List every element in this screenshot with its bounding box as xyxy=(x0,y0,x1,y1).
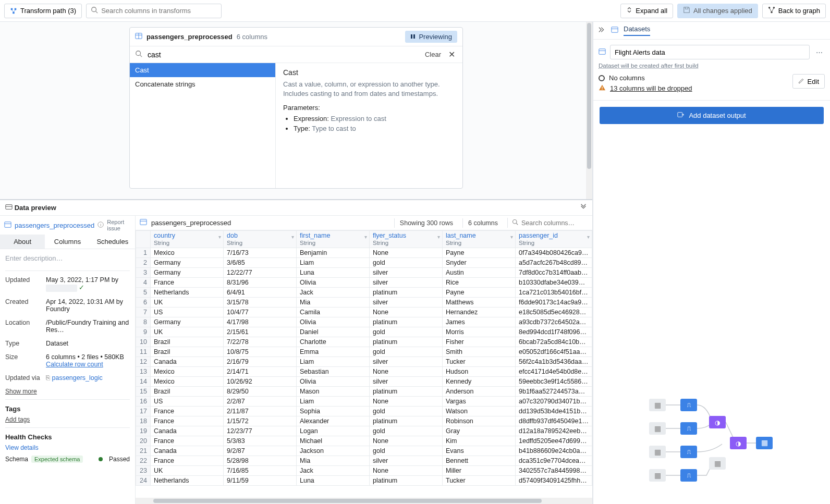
table-row[interactable]: 8Germany4/17/98OliviaplatinumJamesa93cdb… xyxy=(136,317,592,327)
table-row[interactable]: 16US2/2/87LiamNoneVargasa07c320790d34071… xyxy=(136,397,592,407)
table-row[interactable]: 3Germany12/22/77LunasilverAustin7df8d0cc… xyxy=(136,268,592,278)
expand-all-button[interactable]: Expand all xyxy=(620,4,673,18)
svg-line-24 xyxy=(516,223,518,225)
svg-rect-17 xyxy=(5,222,11,227)
tab-about[interactable]: About xyxy=(0,235,45,249)
close-icon[interactable]: ✕ xyxy=(446,50,457,59)
svg-point-13 xyxy=(136,51,141,56)
column-header[interactable]: flyer_statusString▾ xyxy=(370,231,443,248)
table-row[interactable]: 23UK7/16/85JackNoneMiller3402557c7a84459… xyxy=(136,466,592,476)
show-more-link[interactable]: Show more xyxy=(5,388,130,395)
table-row[interactable]: 17France2/11/87SophiagoldWatsondd139d53b… xyxy=(136,407,592,416)
table-row[interactable]: 6UK3/15/78MiasilverMatthewsf6dde90173c14… xyxy=(136,298,592,308)
table-row[interactable]: 7US10/4/77CamilaNoneHernandeze18c5085d5e… xyxy=(136,308,592,317)
table-row[interactable]: 2Germany3/6/85LiamgoldSnydera5d7acfc267b… xyxy=(136,258,592,268)
clear-button[interactable]: Clear xyxy=(425,51,441,58)
svg-point-23 xyxy=(513,220,517,224)
add-dataset-output-button[interactable]: Add dataset output xyxy=(600,107,824,124)
svg-text:▦: ▦ xyxy=(714,459,721,468)
more-options-icon[interactable]: ⋯ xyxy=(814,46,825,58)
status-dot-icon xyxy=(99,457,103,461)
table-row[interactable]: 14Mexico10/26/92OliviasilverKennedy59eeb… xyxy=(136,377,592,387)
edit-button[interactable]: Edit xyxy=(792,74,825,89)
svg-text:▦: ▦ xyxy=(761,438,768,447)
table-cell: 3/15/78 xyxy=(224,298,297,308)
preview-badge[interactable]: Previewing xyxy=(405,31,457,43)
calculate-rows-link[interactable]: Calculate row count xyxy=(46,361,103,368)
table-row[interactable]: 22France5/28/98MiasilverBennettdca351c9e… xyxy=(136,456,592,466)
table-row[interactable]: 11Brazil10/8/75EmmagoldSmithe05052df166c… xyxy=(136,347,592,357)
table-row[interactable]: 13Mexico2/14/71SebastianNoneHudsonefcc41… xyxy=(136,367,592,377)
data-grid[interactable]: countryString▾dobString▾first_nameString… xyxy=(136,230,592,486)
table-row[interactable]: 18France1/15/72AlexanderplatinumRobinson… xyxy=(136,416,592,426)
column-search-box[interactable] xyxy=(86,4,222,18)
table-cell: 9b1f6aa527244573a715801ea xyxy=(516,387,592,397)
info-icon[interactable]: i xyxy=(97,222,104,229)
table-cell: None xyxy=(370,466,443,476)
add-tags-link[interactable]: Add tags xyxy=(5,416,130,423)
suggestion-item-concatenate[interactable]: Concatenate strings xyxy=(130,77,275,91)
tab-schedules[interactable]: Schedules xyxy=(90,235,135,249)
view-details-link[interactable]: View details xyxy=(5,444,130,451)
table-cell: 2/15/61 xyxy=(224,327,297,337)
datasets-tab[interactable]: Datasets xyxy=(624,25,650,36)
collapse-panel-icon[interactable] xyxy=(599,26,606,35)
svg-line-14 xyxy=(140,55,142,57)
table-row[interactable]: 1Mexico7/16/73BenjaminNonePayne0f7a3494b… xyxy=(136,248,592,258)
transform-path-button[interactable]: Transform path (3) xyxy=(4,4,82,18)
column-header[interactable]: passenger_idString▾ xyxy=(516,231,592,248)
table-search[interactable] xyxy=(507,218,588,228)
rows-count: Showing 300 rows xyxy=(394,218,458,228)
column-search-input[interactable] xyxy=(101,7,217,15)
table-row[interactable]: 15Brazil8/29/50MasonplatinumAnderson9b1f… xyxy=(136,387,592,397)
save-icon xyxy=(683,6,690,15)
table-cell: Logan xyxy=(297,426,370,436)
search-icon xyxy=(512,219,518,227)
table-row[interactable]: 21Canada9/2/87JacksongoldEvansb41b886609… xyxy=(136,446,592,456)
dataset-name[interactable]: passengers_preprocessed xyxy=(15,222,94,229)
table-row[interactable]: 4France8/31/96OliviasilverRiceb10330dfab… xyxy=(136,278,592,288)
table-search-input[interactable] xyxy=(521,219,584,227)
card-title: passengers_preprocessed xyxy=(147,33,233,41)
dropped-columns-link[interactable]: 13 columns will be dropped xyxy=(610,84,692,92)
table-row[interactable]: 10Brazil7/22/78CharlotteplatinumFisher6b… xyxy=(136,337,592,347)
canvas-scrollbar[interactable] xyxy=(586,22,592,199)
dataset-name-input[interactable] xyxy=(610,45,810,59)
table-cell: Olivia xyxy=(297,317,370,327)
table-row[interactable]: 20France5/3/83MichaelNoneKim1edffd5205ee… xyxy=(136,436,592,446)
column-header[interactable]: last_nameString▾ xyxy=(443,231,516,248)
collapse-preview-icon[interactable] xyxy=(580,203,587,212)
description-input[interactable]: Enter description… xyxy=(5,254,130,262)
table-cell: Jack xyxy=(297,466,370,476)
table-cell: Anderson xyxy=(443,387,516,397)
table-row[interactable]: 19Canada12/23/77LogangoldGrayd12a18a7895… xyxy=(136,426,592,436)
column-header[interactable]: countryString▾ xyxy=(151,231,224,248)
table-cell: a93cdb7372c64502adb34ae3 xyxy=(516,317,592,327)
svg-rect-0 xyxy=(11,8,13,10)
suggestion-item-cast[interactable]: Cast xyxy=(130,63,275,77)
report-issue-link[interactable]: Report issue xyxy=(107,219,131,231)
table-row[interactable]: 9UK2/15/61DanielgoldMorris8ed994dcd1f748… xyxy=(136,327,592,337)
table-cell: 12/23/77 xyxy=(224,426,297,436)
table-cell: e05052df166c4f51aa2d0c99d xyxy=(516,347,592,357)
tab-columns[interactable]: Columns xyxy=(45,235,90,249)
updated-label: Updated xyxy=(5,276,46,292)
changes-applied-button[interactable]: All changes applied xyxy=(677,4,758,18)
svg-text:i: i xyxy=(100,223,101,227)
table-row[interactable]: 12Canada2/16/79LiamsilverTucker56f2c4a1b… xyxy=(136,357,592,367)
back-to-graph-button[interactable]: Back to graph xyxy=(762,4,826,18)
created-label: Created xyxy=(5,298,46,313)
table-cell: silver xyxy=(370,268,443,278)
size-value: 6 columns • 2 files • 580KB Calculate ro… xyxy=(46,353,130,368)
svg-rect-15 xyxy=(6,205,12,210)
table-cell: f6dde90173c14ac9a971950c5 xyxy=(516,298,592,308)
table-row[interactable]: 5Netherlands6/4/91JackplatinumPayne1ca72… xyxy=(136,288,592,298)
table-cell: Jackson xyxy=(297,446,370,456)
table-cell: gold xyxy=(370,446,443,456)
transform-search-input[interactable] xyxy=(148,51,420,59)
column-header[interactable]: first_nameString▾ xyxy=(297,231,370,248)
horizontal-scrollbar[interactable] xyxy=(136,498,592,504)
table-cell: None xyxy=(370,397,443,407)
table-row[interactable]: 24Netherlands9/11/59LunaplatinumTuckerd5… xyxy=(136,476,592,486)
column-header[interactable]: dobString▾ xyxy=(224,231,297,248)
